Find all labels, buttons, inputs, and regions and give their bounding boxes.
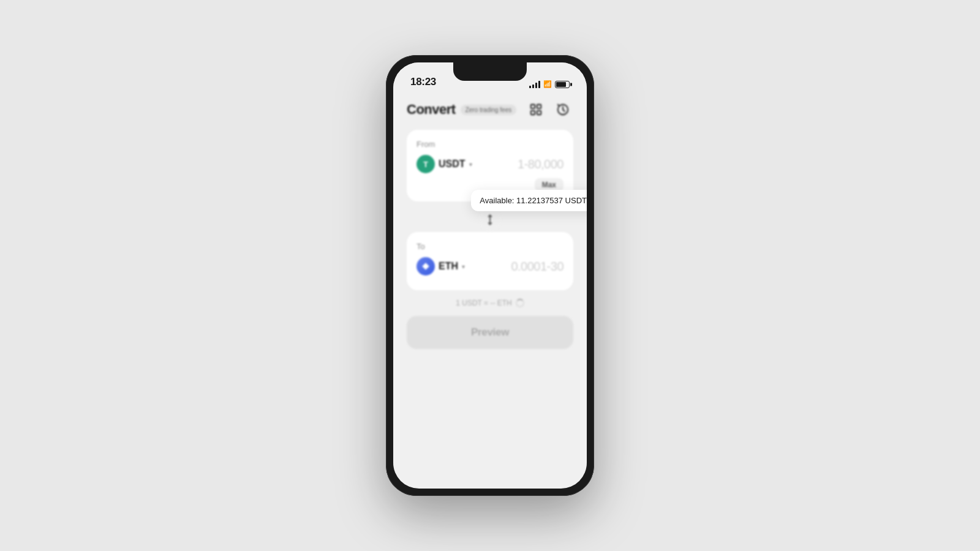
available-text: Available: 11.22137537 USDT [480,196,587,205]
usdt-token-name: USDT [439,159,466,170]
notch [453,62,527,81]
history-icon-button[interactable] [552,99,573,120]
preview-button[interactable]: Preview [407,316,573,349]
swap-center [407,208,573,232]
swap-arrows-icon [484,214,496,225]
eth-chevron-icon: ▾ [462,263,465,270]
from-label: From [417,140,564,149]
usdt-chevron-icon: ▾ [469,161,472,168]
svg-rect-3 [537,111,541,114]
rate-text: 1 USDT = -- ETH [456,299,511,307]
phone-screen: 18:23 📶 [393,62,587,489]
blurred-content: Convert Zero trading fees [407,93,573,349]
to-label: To [417,242,564,251]
wifi-icon: 📶 [543,80,552,88]
eth-token-selector[interactable]: ETH ▾ [417,257,465,276]
to-token-row: ETH ▾ 0.0001-30 [417,257,564,276]
to-amount-placeholder: 0.0001-30 [511,260,564,274]
svg-rect-0 [531,105,535,108]
app-header: Convert Zero trading fees [407,93,573,130]
swap-button[interactable] [479,209,501,231]
status-time: 18:23 [410,76,436,88]
usdt-icon: T [417,155,435,173]
eth-token-name: ETH [439,261,458,272]
eth-diamond-icon [421,262,430,271]
phone-frame: 18:23 📶 [386,55,594,496]
zero-fees-badge: Zero trading fees [461,105,517,115]
from-amount-placeholder: 1-80,000 [518,157,564,171]
to-card: To ETH ▾ 0.0001-30 [407,232,573,290]
book-icon-button[interactable] [526,99,546,120]
status-icons: 📶 [529,80,570,88]
svg-rect-2 [531,111,535,114]
header-left: Convert Zero trading fees [407,102,516,118]
available-tooltip[interactable]: Available: 11.22137537 USDT › [471,190,587,211]
from-token-row: T USDT ▾ 1-80,000 [417,155,564,173]
app-title: Convert [407,102,456,118]
svg-marker-6 [422,263,429,270]
status-bar: 18:23 📶 [393,62,587,93]
usdt-token-selector[interactable]: T USDT ▾ [417,155,472,173]
eth-icon [417,257,435,276]
svg-rect-1 [537,105,541,108]
rate-loading-spinner [516,299,524,307]
battery-icon [555,81,570,88]
book-icon [529,103,543,116]
app-content: Convert Zero trading fees [393,93,587,489]
rate-row: 1 USDT = -- ETH [407,299,573,307]
history-icon [556,103,570,116]
header-icons [526,99,573,120]
signal-icon [529,81,540,88]
